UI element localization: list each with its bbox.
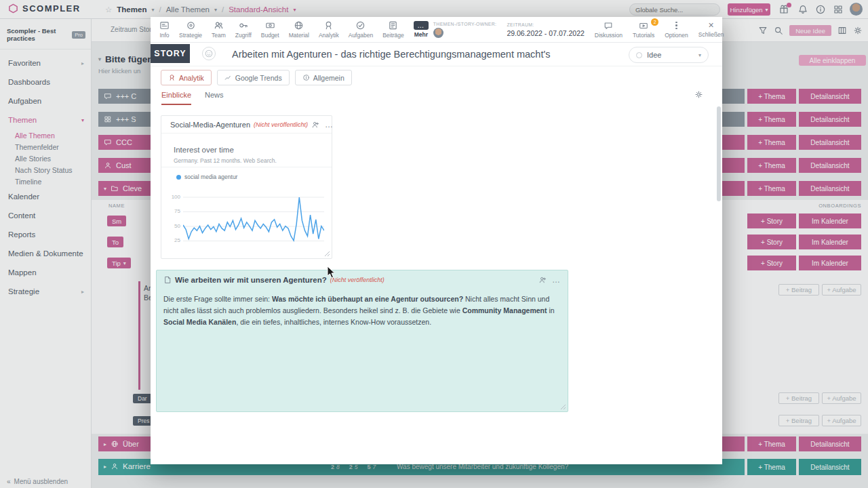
modal-toolbar: Info Strategie Team Zugriff Budget Mater… — [151, 17, 722, 43]
toolbar-item-info[interactable]: Info — [155, 20, 174, 39]
tab-allgemein[interactable]: Allgemein — [295, 70, 352, 85]
globe-icon — [294, 20, 304, 30]
trends-line — [183, 197, 324, 241]
options-button[interactable]: Optionen — [665, 21, 688, 39]
close-label: Schließen — [698, 31, 724, 38]
share-person-icon[interactable] — [538, 276, 547, 284]
team-icon — [214, 20, 224, 30]
toolbar-item-label: Zugriff — [235, 32, 252, 39]
note-card-header: Wie arbeiten wir mit unseren Agenturen? … — [157, 270, 568, 289]
status-dropdown[interactable]: Idee ▾ — [629, 47, 709, 63]
trends-widget-title: Interest over time — [174, 146, 234, 154]
trends-chart-svg — [183, 193, 324, 254]
resize-handle-icon[interactable] — [559, 403, 566, 409]
tab-label: Analytik — [179, 74, 204, 82]
trends-card-title: Social-Media-Agenturen — [170, 121, 250, 129]
document-icon — [163, 276, 172, 284]
smiley-icon — [204, 49, 214, 58]
story-type-label: STORY — [151, 44, 190, 63]
money-icon — [265, 20, 275, 30]
y-axis-tick: 50 — [163, 224, 180, 229]
divider — [151, 66, 722, 66]
close-button[interactable]: × Schließen — [698, 21, 724, 38]
key-icon — [238, 20, 248, 30]
kebab-menu-icon — [675, 21, 677, 30]
card-menu-icon[interactable]: … — [325, 121, 334, 128]
mouse-cursor — [327, 266, 336, 279]
speech-bubble-icon — [604, 21, 613, 30]
period-block[interactable]: ZEITRAUM: 29.06.2022 - 07.07.2022 — [507, 22, 584, 37]
trends-card-header: Social-Media-Agenturen (Nicht veröffentl… — [161, 116, 332, 134]
toolbar-item-material[interactable]: Material — [284, 20, 314, 39]
toolbar-item-label: Budget — [261, 32, 279, 39]
trends-card-status: (Nicht veröffentlicht) — [254, 121, 308, 128]
modal-header-right: THEMEN-/STORY-OWNER: ZEITRAUM: 29.06.202… — [433, 21, 724, 39]
tab-analytik[interactable]: Analytik — [161, 70, 212, 85]
screen: SCOMPLER ☆ Themen ▾ / Alle Themen ▾ / St… — [0, 0, 868, 488]
owner-block[interactable]: THEMEN-/STORY-OWNER: — [433, 22, 497, 38]
toolbar-item-label: Mehr — [414, 31, 428, 38]
toolbar-item-label: Material — [289, 32, 309, 39]
tab-label: Allgemein — [313, 74, 344, 82]
posts-icon — [388, 20, 398, 30]
note-paragraph[interactable]: Die erste Frage sollte immer sein: Was m… — [157, 289, 568, 327]
toolbar-item-mehr[interactable]: … Mehr — [409, 21, 433, 38]
resize-handle-icon[interactable] — [323, 250, 330, 256]
tab-label: Google Trends — [235, 74, 282, 82]
close-icon: × — [709, 21, 714, 30]
toolbar-item-aufgaben[interactable]: Aufgaben — [344, 20, 378, 39]
toolbar-item-analytik[interactable]: Analytik — [314, 20, 344, 39]
toolbar-item-beitraege[interactable]: Beiträge — [378, 20, 409, 39]
toolbar-item-label: Beiträge — [382, 32, 404, 39]
trends-widget-subtitle: Germany. Past 12 months. Web Search. — [174, 157, 277, 164]
check-circle-icon — [355, 20, 366, 30]
modal-scrollbar[interactable] — [717, 106, 721, 201]
tutorials-badge: 2 — [651, 18, 658, 26]
toolbar-item-label: Info — [159, 32, 169, 39]
status-dot-icon — [636, 52, 642, 58]
divider — [161, 167, 332, 167]
info-card-icon — [159, 20, 170, 30]
options-label: Optionen — [665, 32, 688, 39]
owner-label: THEMEN-/STORY-OWNER: — [433, 22, 497, 26]
medal-icon — [168, 74, 176, 81]
owner-avatar[interactable] — [433, 28, 443, 38]
target-icon — [186, 20, 196, 30]
legend-label: social media agentur — [184, 174, 237, 180]
toolbar-item-label: Aufgaben — [349, 32, 373, 39]
tutorial-video-icon — [639, 21, 648, 30]
toolbar-item-label: Team — [212, 32, 226, 39]
toolbar-item-strategie[interactable]: Strategie — [174, 20, 207, 39]
trends-legend: social media agentur — [176, 174, 237, 180]
y-axis-tick: 25 — [163, 238, 180, 243]
toolbar-item-zugriff[interactable]: Zugriff — [231, 20, 256, 39]
period-label: ZEITRAUM: — [507, 22, 584, 27]
discussion-button[interactable]: Diskussion — [595, 21, 623, 39]
subtab-einblicke[interactable]: Einblicke — [161, 91, 191, 105]
settings-gear-icon[interactable] — [694, 90, 703, 99]
story-mood-button[interactable] — [202, 47, 216, 60]
toolbar-item-team[interactable]: Team — [207, 20, 231, 39]
subtab-news[interactable]: News — [205, 91, 224, 105]
more-icon: … — [414, 21, 429, 30]
tutorials-button[interactable]: 2 Tutorials — [633, 21, 654, 39]
story-modal: Info Strategie Team Zugriff Budget Mater… — [151, 17, 722, 464]
y-axis-tick: 75 — [163, 209, 180, 214]
y-axis-tick: 100 — [163, 195, 180, 200]
story-title[interactable]: Arbeiten mit Agenturen - das richtige Be… — [232, 49, 612, 60]
period-value: 29.06.2022 - 07.07.2022 — [507, 29, 584, 37]
note-card-title: Wie arbeiten wir mit unseren Agenturen? — [175, 276, 327, 284]
trends-card: Social-Media-Agenturen (Nicht veröffentl… — [161, 115, 332, 259]
tab-google-trends[interactable]: Google Trends — [217, 70, 290, 85]
toolbar-item-label: Analytik — [319, 32, 339, 39]
toolbar-item-budget[interactable]: Budget — [256, 20, 284, 39]
discussion-label: Diskussion — [595, 32, 623, 39]
modal-tabs: Analytik Google Trends Allgemein — [161, 70, 352, 85]
legend-dot — [176, 175, 181, 180]
share-person-icon[interactable] — [311, 121, 319, 129]
card-menu-icon[interactable]: … — [552, 277, 561, 283]
chart-line-icon — [224, 74, 232, 81]
tutorials-label: Tutorials — [633, 32, 654, 39]
note-card-status: (Nicht veröffentlicht) — [330, 277, 384, 283]
note-card: Wie arbeiten wir mit unseren Agenturen? … — [156, 270, 568, 412]
